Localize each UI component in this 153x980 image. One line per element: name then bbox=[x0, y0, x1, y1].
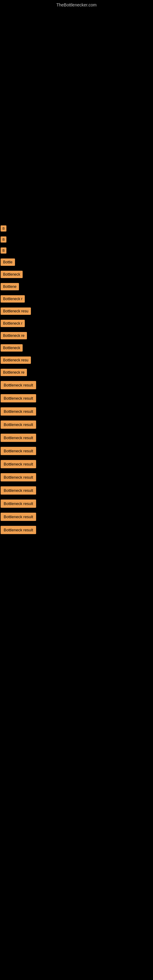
result-item: Bottleneck r bbox=[1, 294, 152, 304]
bottleneck-result-badge: B bbox=[1, 247, 6, 254]
bottleneck-result-badge: Bottleneck result bbox=[1, 526, 36, 534]
bottleneck-result-badge: Bottleneck r bbox=[1, 295, 25, 302]
bottleneck-result-badge: B bbox=[1, 225, 6, 232]
bottleneck-result-badge: Bottleneck bbox=[1, 271, 22, 278]
bottleneck-result-badge: Bottleneck result bbox=[1, 486, 36, 495]
result-item: Bottle bbox=[1, 257, 152, 267]
bottleneck-result-badge: Bottleneck bbox=[1, 344, 22, 352]
bottleneck-result-badge: Bottleneck result bbox=[1, 447, 36, 455]
result-item: Bottleneck re bbox=[1, 368, 152, 377]
result-item: B bbox=[1, 235, 152, 244]
result-item: Bottleneck bbox=[1, 269, 152, 279]
result-item: Bottleneck result bbox=[1, 419, 152, 430]
bottleneck-result-badge: Bottle bbox=[1, 258, 15, 266]
result-item: Bottleneck result bbox=[1, 445, 152, 456]
bottleneck-result-badge: Bottleneck result bbox=[1, 473, 36, 481]
result-item: Bottleneck result bbox=[1, 472, 152, 483]
bottleneck-result-badge: Bottleneck re bbox=[1, 369, 27, 376]
bottleneck-result-badge: Bottleneck result bbox=[1, 407, 36, 415]
bottleneck-result-badge: Bottleneck result bbox=[1, 434, 36, 442]
result-item: Bottleneck resu bbox=[1, 306, 152, 316]
bottleneck-result-badge: Bottleneck result bbox=[1, 394, 36, 402]
bottleneck-result-badge: Bottlene bbox=[1, 283, 19, 290]
site-title: TheBottlenecker.com bbox=[0, 0, 153, 10]
bottleneck-result-badge: Bottleneck r bbox=[1, 320, 25, 327]
bottleneck-result-badge: Bottleneck re bbox=[1, 332, 27, 339]
result-item: Bottleneck result bbox=[1, 525, 152, 535]
bottleneck-result-badge: Bottleneck result bbox=[1, 381, 36, 389]
result-item: Bottleneck result bbox=[1, 511, 152, 522]
result-item: Bottlene bbox=[1, 282, 152, 291]
results-section: BBBBottleBottleneckBottleneBottleneck rB… bbox=[0, 224, 153, 535]
bottleneck-result-badge: B bbox=[1, 236, 6, 243]
bottleneck-result-badge: Bottleneck result bbox=[1, 460, 36, 468]
result-item: Bottleneck bbox=[1, 343, 152, 353]
result-item: Bottleneck result bbox=[1, 433, 152, 443]
result-item: Bottleneck result bbox=[1, 485, 152, 496]
result-item: Bottleneck result bbox=[1, 393, 152, 404]
bottleneck-result-badge: Bottleneck result bbox=[1, 420, 36, 429]
result-item: Bottleneck result bbox=[1, 380, 152, 390]
result-item: Bottleneck re bbox=[1, 331, 152, 340]
result-item: B bbox=[1, 246, 152, 255]
bottleneck-result-badge: Bottleneck result bbox=[1, 513, 36, 521]
bottleneck-result-badge: Bottleneck resu bbox=[1, 307, 31, 315]
result-item: Bottleneck result bbox=[1, 498, 152, 509]
result-item: Bottleneck resu bbox=[1, 355, 152, 365]
result-item: B bbox=[1, 224, 152, 233]
bottleneck-result-badge: Bottleneck resu bbox=[1, 356, 31, 364]
main-chart-area bbox=[0, 10, 153, 218]
result-item: Bottleneck r bbox=[1, 318, 152, 328]
bottleneck-result-badge: Bottleneck result bbox=[1, 500, 36, 508]
result-item: Bottleneck result bbox=[1, 406, 152, 417]
result-item: Bottleneck result bbox=[1, 459, 152, 469]
